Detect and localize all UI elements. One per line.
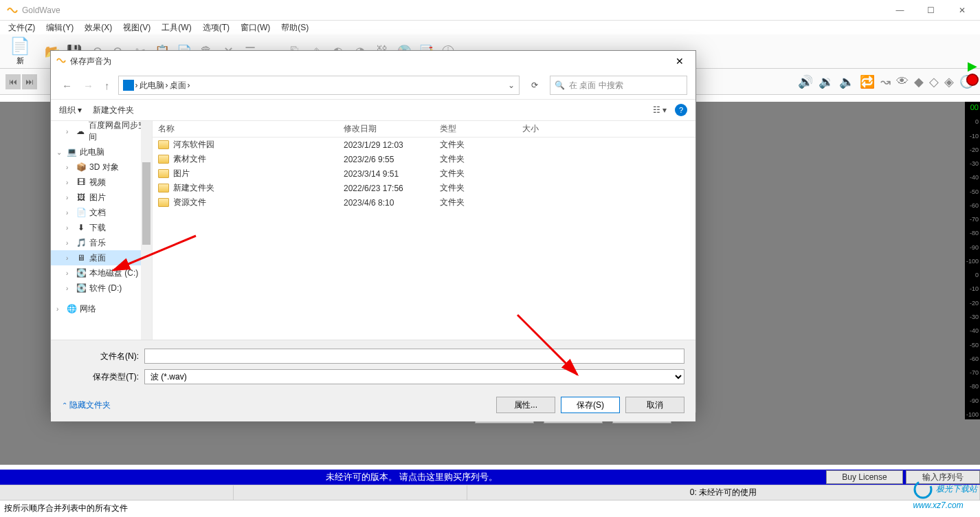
breadcrumb-dropdown-icon[interactable]: ⌄ [508, 80, 515, 90]
status-section [234, 485, 467, 500]
filename-input[interactable] [144, 349, 684, 364]
sidebar-item-thispc[interactable]: ⌄💻此电脑 [51, 144, 152, 160]
menu-edit[interactable]: 编辑(Y) [41, 22, 79, 34]
dialog-footer: 文件名(N): 保存类型(T): 波 (*.wav) 隐藏文件夹 属性... 保… [51, 340, 695, 421]
folder-icon [158, 198, 169, 207]
minimize-button[interactable]: — [884, 0, 915, 21]
sidebar-item-pictures[interactable]: ›🖼图片 [51, 190, 152, 205]
next-icon[interactable]: ⏭ [22, 74, 37, 89]
menu-window[interactable]: 窗口(W) [235, 22, 276, 34]
volup-icon[interactable]: 🔉 [818, 74, 834, 89]
license-message[interactable]: 未经许可的版本。 请点击这里购买序列号。 [0, 471, 823, 483]
sidebar-item-cdrive[interactable]: ›💽本地磁盘 (C:) [51, 265, 152, 280]
menu-options[interactable]: 选项(T) [197, 22, 235, 34]
menu-tools[interactable]: 工具(W) [156, 22, 197, 34]
play-icon: ▶ [968, 58, 977, 74]
menu-effect[interactable]: 效果(X) [79, 22, 118, 34]
file-list: 名称 修改日期 类型 大小 河东软件园2023/1/29 12:03文件夹 素材… [153, 121, 695, 340]
cube-icon: 📦 [76, 162, 87, 173]
download-icon: ⬇ [76, 222, 87, 233]
sidebar-item-documents[interactable]: ›📄文档 [51, 205, 152, 220]
loop-icon[interactable]: 🔁 [860, 74, 875, 89]
diamond-icon[interactable]: ◆ [914, 74, 924, 89]
col-name[interactable]: 名称 [153, 123, 338, 135]
breadcrumb-sep: › [188, 80, 190, 90]
sidebar-item-3d[interactable]: ›📦3D 对象 [51, 160, 152, 175]
folder-icon [158, 140, 169, 149]
menubar: 文件(Z) 编辑(Y) 效果(X) 视图(V) 工具(W) 选项(T) 窗口(W… [0, 21, 980, 34]
prev-icon[interactable]: ⏮ [5, 74, 21, 89]
shuffle-icon[interactable]: ↝ [880, 74, 891, 89]
speaker-icon[interactable]: 🔊 [798, 74, 813, 89]
properties-button[interactable]: 属性... [496, 397, 555, 413]
breadcrumb-pc[interactable]: 此电脑 [140, 80, 164, 91]
menu-file[interactable]: 文件(Z) [3, 22, 41, 34]
filetype-select[interactable]: 波 (*.wav) [144, 369, 684, 384]
file-row[interactable]: 素材文件2023/2/6 9:55文件夹 [153, 152, 695, 166]
back-button[interactable]: ← [59, 80, 75, 91]
dialog-close-button[interactable]: ✕ [669, 56, 690, 67]
eye-icon[interactable]: 👁 [896, 74, 909, 89]
folder-tree: ›☁百度网盘同步空间 ⌄💻此电脑 ›📦3D 对象 ›🎞视频 ›🖼图片 ›📄文档 … [51, 121, 153, 340]
search-placeholder: 在 桌面 中搜索 [569, 80, 623, 91]
sidebar-item-ddrive[interactable]: ›💽软件 (D:) [51, 280, 152, 296]
cloud-icon: ☁ [76, 126, 86, 137]
sidebar-item-music[interactable]: ›🎵音乐 [51, 235, 152, 250]
status-bar: 0: 未经许可的使用 [0, 485, 980, 500]
dialog-toolbar: 组织 新建文件夹 ☷ ▾ ? [51, 99, 695, 121]
picture-icon: 🖼 [76, 192, 87, 203]
sidebar-item-downloads[interactable]: ›⬇下载 [51, 220, 152, 235]
close-button[interactable]: ✕ [946, 0, 977, 21]
music-icon: 🎵 [76, 237, 87, 248]
voldown-icon[interactable]: 🔈 [839, 74, 854, 89]
sidebar-item-videos[interactable]: ›🎞视频 [51, 175, 152, 190]
view-mode-button[interactable]: ☷ ▾ [653, 105, 667, 115]
record-button[interactable]: ▶ [965, 55, 980, 89]
maximize-button[interactable]: ☐ [915, 0, 946, 21]
record-icon [966, 74, 979, 86]
goldwave-icon [56, 56, 66, 67]
breadcrumb-desktop[interactable]: 桌面 [170, 80, 186, 91]
diamond2-icon[interactable]: ◇ [929, 74, 939, 89]
search-input[interactable]: 🔍 在 桌面 中搜索 [550, 76, 687, 95]
file-row[interactable]: 河东软件园2023/1/29 12:03文件夹 [153, 138, 695, 152]
scrollbar-thumb[interactable] [142, 162, 151, 245]
col-size[interactable]: 大小 [517, 123, 572, 135]
file-row[interactable]: 新建文件夹2022/6/23 17:56文件夹 [153, 181, 695, 195]
hint-bar: 按所示顺序合并列表中的所有文件 [0, 500, 980, 516]
breadcrumb[interactable]: › 此电脑 › 桌面 › ⌄ [118, 76, 520, 95]
video-icon: 🎞 [76, 177, 87, 188]
disk-icon: 💽 [76, 283, 87, 294]
new-button[interactable]: 📄 新 [3, 35, 37, 67]
file-row[interactable]: 图片2023/3/14 9:51文件夹 [153, 166, 695, 181]
cancel-button[interactable]: 取消 [625, 397, 684, 413]
network-icon: 🌐 [66, 303, 77, 314]
pc-icon: 💻 [66, 146, 77, 157]
sidebar-item-network[interactable]: ›🌐网络 [51, 301, 152, 316]
save-button[interactable]: 保存(S) [561, 397, 620, 413]
col-type[interactable]: 类型 [434, 123, 517, 135]
app-titlebar: GoldWave — ☐ ✕ [0, 0, 980, 21]
file-row[interactable]: 资源文件2023/4/6 8:10文件夹 [153, 195, 695, 210]
up-button[interactable]: ↑ [102, 80, 113, 91]
col-date[interactable]: 修改日期 [338, 123, 434, 135]
dialog-titlebar: 保存声音为 ✕ [51, 51, 695, 72]
forward-button[interactable]: → [80, 80, 96, 91]
folder-icon [158, 184, 169, 192]
hint-text: 按所示顺序合并列表中的所有文件 [4, 503, 128, 514]
buy-license-button[interactable]: Buy License [826, 470, 903, 484]
menu-view[interactable]: 视图(V) [118, 22, 156, 34]
file-list-header: 名称 修改日期 类型 大小 [153, 121, 695, 138]
refresh-button[interactable]: ⟳ [525, 76, 544, 95]
organize-button[interactable]: 组织 [59, 104, 82, 116]
dialog-nav: ← → ↑ › 此电脑 › 桌面 › ⌄ ⟳ 🔍 在 桌面 中搜索 [51, 72, 695, 99]
diamond3-icon[interactable]: ◈ [944, 74, 954, 89]
help-icon[interactable]: ? [675, 104, 687, 116]
new-folder-button[interactable]: 新建文件夹 [93, 104, 134, 116]
menu-help[interactable]: 帮助(S) [276, 22, 314, 34]
sidebar-item-desktop[interactable]: ›🖥桌面 [51, 250, 152, 265]
disk-icon: 💽 [76, 267, 87, 278]
sidebar-item-baidu[interactable]: ›☁百度网盘同步空间 [51, 124, 152, 139]
hide-folders-link[interactable]: 隐藏文件夹 [62, 399, 111, 411]
sidebar-scrollbar[interactable] [141, 121, 152, 340]
